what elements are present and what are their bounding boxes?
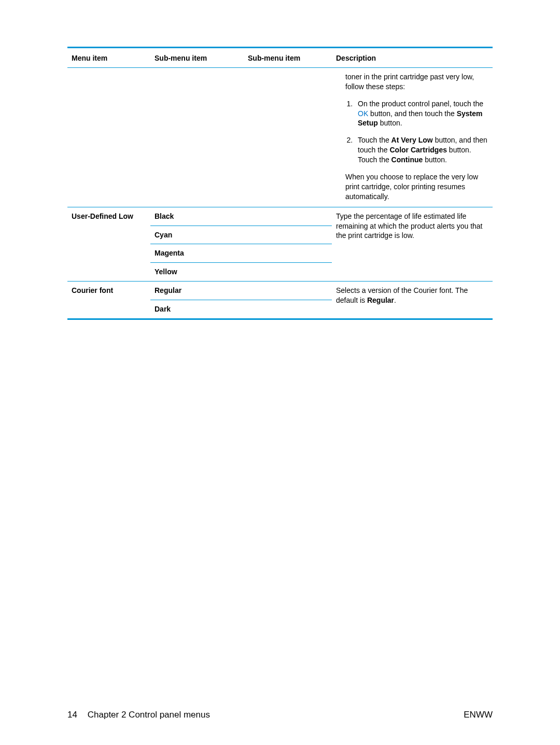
- submenu-dark: Dark: [150, 300, 332, 319]
- desc-outro: When you choose to replace the very low …: [345, 172, 488, 202]
- chapter-title: Chapter 2 Control panel menus: [88, 710, 210, 720]
- regular-bold-text: Regular: [367, 296, 394, 304]
- desc-intro: toner in the print cartridge past very l…: [345, 72, 488, 92]
- submenu-cyan: Cyan: [150, 226, 332, 244]
- menu-item-user-defined-low: User-Defined Low: [67, 207, 150, 282]
- continue-text: Continue: [391, 156, 423, 164]
- submenu-black: Black: [150, 207, 332, 226]
- step-item: Touch the At Very Low button, and then t…: [355, 135, 488, 165]
- color-cartridges-text: Color Cartridges: [390, 146, 447, 154]
- page-footer: 14 Chapter 2 Control panel menus ENWW: [67, 710, 493, 720]
- steps-list: On the product control panel, touch the …: [345, 99, 488, 165]
- description-cell: Selects a version of the Courier font. T…: [332, 282, 493, 319]
- submenu-regular: Regular: [150, 282, 332, 300]
- submenu-yellow: Yellow: [150, 263, 332, 282]
- col-header-menu: Menu item: [67, 48, 150, 68]
- menu-table: Menu item Sub-menu item Sub-menu item De…: [67, 47, 493, 320]
- col-header-desc: Description: [332, 48, 493, 68]
- at-very-low-text: At Very Low: [391, 136, 433, 144]
- col-header-sub1: Sub-menu item: [150, 48, 244, 68]
- submenu-magenta: Magenta: [150, 244, 332, 263]
- table-row: toner in the print cartridge past very l…: [67, 67, 493, 207]
- ok-text: OK: [358, 109, 368, 118]
- description-cell: toner in the print cartridge past very l…: [332, 67, 493, 207]
- table-row: User-Defined Low Black Type the percenta…: [67, 207, 493, 226]
- document-page: Menu item Sub-menu item Sub-menu item De…: [0, 0, 560, 745]
- page-number: 14: [67, 710, 85, 720]
- footer-right: ENWW: [464, 710, 493, 720]
- table-row: Courier font Regular Selects a version o…: [67, 282, 493, 300]
- step-item: On the product control panel, touch the …: [355, 99, 488, 129]
- footer-left: 14 Chapter 2 Control panel menus: [67, 710, 210, 720]
- col-header-sub2: Sub-menu item: [244, 48, 332, 68]
- table-header-row: Menu item Sub-menu item Sub-menu item De…: [67, 48, 493, 68]
- menu-item-courier-font: Courier font: [67, 282, 150, 319]
- description-cell: Type the percentage of life estimated li…: [332, 207, 493, 282]
